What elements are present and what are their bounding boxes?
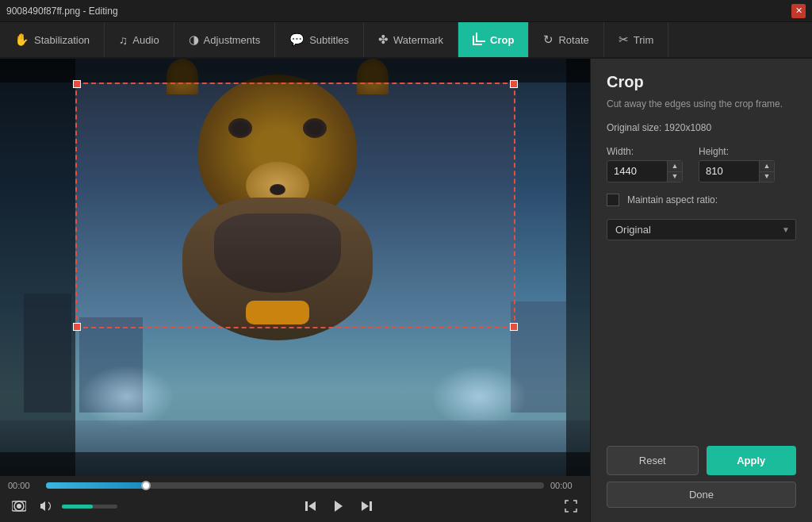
aspect-ratio-row: Maintain aspect ratio: [607, 194, 796, 206]
rotate-icon: ↻ [543, 33, 553, 47]
prev-button[interactable] [301, 495, 323, 517]
next-button[interactable] [354, 495, 377, 517]
watermark-icon: ✤ [378, 33, 389, 47]
svg-rect-3 [305, 501, 308, 511]
progress-bar-area: 00:00 00:00 [8, 481, 582, 490]
adjustments-icon: ◑ [189, 33, 199, 47]
close-button[interactable]: ✕ [791, 4, 806, 18]
crop-mask-left [0, 59, 75, 476]
reset-apply-row: Reset Apply [607, 446, 796, 475]
aspect-ratio-checkbox[interactable] [607, 194, 619, 206]
time-end: 00:00 [550, 481, 582, 490]
fullscreen-button[interactable] [560, 495, 582, 517]
ratio-select-wrap: Original 16:9 4:3 1:1 3:2 ▼ [607, 219, 796, 240]
raccoon-eye-left [228, 118, 252, 138]
crop-mask-top [0, 59, 590, 83]
dimensions-row: Width: ▲ ▼ Height: ▲ ▼ [607, 146, 796, 182]
raccoon-eye-right [303, 118, 327, 138]
playback-controls: 00:00 00:00 [0, 476, 590, 522]
width-increment[interactable]: ▲ [668, 161, 682, 171]
height-decrement[interactable]: ▼ [760, 171, 774, 182]
width-input[interactable] [607, 162, 667, 180]
main-area: 00:00 00:00 [0, 59, 812, 522]
crop-mask-bottom [0, 452, 590, 476]
height-group: Height: ▲ ▼ [699, 146, 775, 182]
tab-stabilization[interactable]: ✋ Stabilization [0, 22, 105, 57]
tab-rotate-label: Rotate [558, 34, 588, 46]
tab-subtitles-label: Subtitles [309, 34, 349, 46]
width-spinners: ▲ ▼ [667, 161, 682, 182]
trim-icon: ✂ [619, 33, 629, 47]
tab-watermark-label: Watermark [393, 34, 443, 46]
width-input-wrap: ▲ ▼ [607, 160, 683, 182]
ratio-select[interactable]: Original 16:9 4:3 1:1 3:2 [607, 219, 796, 240]
tab-crop[interactable]: Crop [458, 22, 529, 57]
width-decrement[interactable]: ▼ [668, 171, 682, 182]
tab-adjustments[interactable]: ◑ Adjustments [174, 22, 276, 57]
apply-button[interactable]: Apply [707, 446, 797, 475]
tab-subtitles[interactable]: 💬 Subtitles [275, 22, 364, 57]
titlebar: 9008490f87ff.png - Editing ✕ [0, 0, 812, 22]
time-start: 00:00 [8, 481, 40, 490]
svg-marker-4 [335, 501, 343, 512]
svg-rect-5 [370, 501, 372, 511]
width-group: Width: ▲ ▼ [607, 146, 683, 182]
tab-watermark[interactable]: ✤ Watermark [364, 22, 458, 57]
crop-icon [473, 33, 485, 48]
raccoon-body [182, 198, 373, 340]
play-button[interactable] [327, 495, 350, 517]
height-input[interactable] [699, 162, 759, 180]
svg-point-1 [17, 504, 21, 509]
video-subject [151, 75, 404, 344]
audio-icon: ♫ [119, 33, 128, 47]
tab-audio-label: Audio [132, 34, 159, 46]
subtitles-icon: 💬 [289, 33, 304, 47]
tab-adjustments-label: Adjustments [204, 34, 261, 46]
tab-trim-label: Trim [634, 34, 654, 46]
tab-trim[interactable]: ✂ Trim [604, 22, 669, 57]
panel-title: Crop [607, 73, 796, 91]
video-preview[interactable] [0, 59, 590, 476]
buttons-area: Reset Apply Done [607, 446, 796, 508]
tab-audio[interactable]: ♫ Audio [105, 22, 174, 57]
tabbar: ✋ Stabilization ♫ Audio ◑ Adjustments 💬 … [0, 22, 812, 59]
window-title: 9008490f87ff.png - Editing [6, 6, 118, 17]
done-button[interactable]: Done [607, 482, 796, 508]
tab-rotate[interactable]: ↻ Rotate [529, 22, 603, 57]
right-panel: Crop Cut away the edges using the crop f… [590, 59, 812, 522]
volume-button[interactable] [35, 495, 57, 517]
progress-fill [46, 482, 146, 489]
progress-thumb[interactable] [141, 481, 151, 490]
tab-stabilization-label: Stabilization [34, 34, 90, 46]
panel-description: Cut away the edges using the crop frame. [607, 98, 796, 111]
original-size-label: Original size: 1920x1080 [607, 122, 796, 133]
controls-row [8, 495, 582, 517]
height-input-wrap: ▲ ▼ [699, 160, 775, 182]
aspect-ratio-label: Maintain aspect ratio: [627, 194, 718, 205]
volume-slider[interactable] [62, 505, 117, 509]
tab-crop-label: Crop [490, 34, 514, 46]
height-increment[interactable]: ▲ [760, 161, 774, 171]
height-label: Height: [699, 146, 775, 157]
progress-track[interactable] [46, 482, 544, 489]
width-label: Width: [607, 146, 683, 157]
height-spinners: ▲ ▼ [759, 161, 774, 182]
video-panel: 00:00 00:00 [0, 59, 590, 522]
screenshot-button[interactable] [8, 495, 30, 517]
reset-button[interactable]: Reset [607, 446, 699, 475]
crop-mask-right [566, 59, 590, 476]
stabilization-icon: ✋ [14, 33, 29, 47]
volume-fill [62, 505, 93, 509]
